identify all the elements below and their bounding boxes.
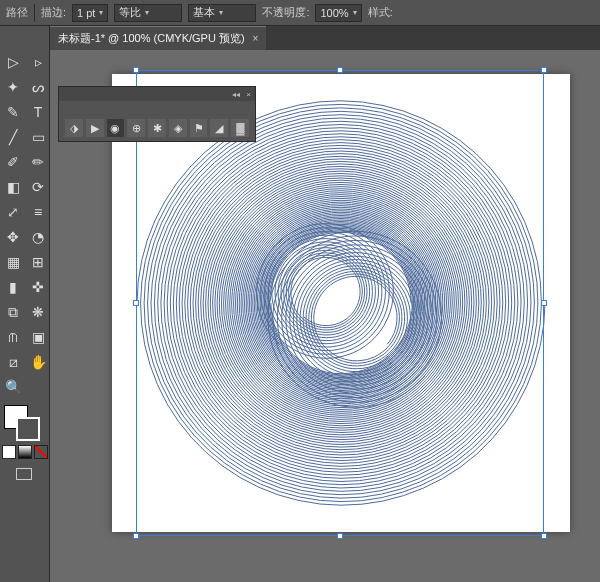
document-tab[interactable]: 未标题-1* @ 100% (CMYK/GPU 预览) × — [50, 26, 266, 50]
tweak-button[interactable]: ✱ — [148, 119, 166, 137]
brush-tool[interactable]: ✐ — [1, 150, 25, 174]
tools-panel: ▷▹✦ᔕ✎T╱▭✐✏◧⟳⤢≡✥◔▦⊞▮✜⧉❋⫙▣⧄✋🔍 — [0, 26, 50, 582]
handle-nw[interactable] — [133, 67, 139, 73]
column-graph-tool[interactable]: ⫙ — [1, 325, 25, 349]
mesh-tool[interactable]: ⊞ — [26, 250, 50, 274]
gradient-tool[interactable]: ▮ — [1, 275, 25, 299]
slice-tool[interactable]: ⧄ — [1, 350, 25, 374]
panel-title — [59, 101, 255, 115]
pattern-button[interactable]: ▓ — [231, 119, 249, 137]
stroke-label: 描边: — [41, 5, 66, 20]
distort-panel[interactable]: ◂◂ × ⬗▶◉⊕✱◈⚑◢▓ — [58, 86, 256, 142]
width-tool[interactable]: ≡ — [26, 200, 50, 224]
artboard-tool[interactable]: ▣ — [26, 325, 50, 349]
document-tab-bar: 未标题-1* @ 100% (CMYK/GPU 预览) × — [0, 26, 600, 50]
quick-color-row — [2, 445, 49, 459]
opacity-label: 不透明度: — [262, 5, 309, 20]
magic-wand-tool[interactable]: ✦ — [1, 75, 25, 99]
artboard — [112, 74, 570, 532]
eraser-tool[interactable]: ◧ — [1, 175, 25, 199]
screen-mode-button[interactable] — [4, 465, 44, 483]
pucker-bloat-button[interactable]: ▶ — [86, 119, 104, 137]
line-tool[interactable]: ╱ — [1, 125, 25, 149]
gradient-swatch[interactable] — [18, 445, 32, 459]
eyedropper-tool[interactable]: ✜ — [26, 275, 50, 299]
rotate-tool[interactable]: ⟳ — [26, 175, 50, 199]
blend-tool[interactable]: ⧉ — [1, 300, 25, 324]
scale-tool[interactable]: ⤢ — [1, 200, 25, 224]
pen-tool[interactable]: ✎ — [1, 100, 25, 124]
style-label: 样式: — [368, 5, 393, 20]
pencil-tool[interactable]: ✏ — [26, 150, 50, 174]
close-icon[interactable]: × — [246, 90, 251, 99]
tab-title: 未标题-1* @ 100% (CMYK/GPU 预览) — [58, 31, 245, 46]
color-swatch[interactable] — [2, 445, 16, 459]
handle-se[interactable] — [541, 533, 547, 539]
panel-header[interactable]: ◂◂ × — [59, 87, 255, 101]
none-swatch[interactable] — [34, 445, 48, 459]
free-distort-button[interactable]: ⬗ — [65, 119, 83, 137]
transform-button[interactable]: ⊕ — [127, 119, 145, 137]
roughen-button[interactable]: ◉ — [107, 119, 125, 137]
collapse-icon[interactable]: ◂◂ — [232, 90, 240, 99]
lasso-tool[interactable]: ᔕ — [26, 75, 50, 99]
stroke-weight-dropdown[interactable]: 1 pt — [72, 4, 108, 22]
symbol-spray-tool[interactable]: ❋ — [26, 300, 50, 324]
warp-button[interactable]: ◢ — [210, 119, 228, 137]
hand-tool[interactable]: ✋ — [26, 350, 50, 374]
handle-s[interactable] — [337, 533, 343, 539]
path-label: 路径 — [6, 5, 28, 20]
handle-sw[interactable] — [133, 533, 139, 539]
opacity-dropdown[interactable]: 100% — [315, 4, 361, 22]
rectangle-tool[interactable]: ▭ — [26, 125, 50, 149]
variable-width-dropdown[interactable]: 等比 — [114, 4, 182, 22]
zoom-tool[interactable]: 🔍 — [1, 375, 25, 399]
stroke-swatch[interactable] — [16, 417, 40, 441]
close-icon[interactable]: × — [253, 33, 259, 44]
free-transform-tool[interactable]: ✥ — [1, 225, 25, 249]
direct-select-tool[interactable]: ▹ — [26, 50, 50, 74]
handle-ne[interactable] — [541, 67, 547, 73]
twist-button[interactable]: ◈ — [169, 119, 187, 137]
brush-def-dropdown[interactable]: 基本 — [188, 4, 256, 22]
shape-builder-tool[interactable]: ◔ — [26, 225, 50, 249]
control-bar: 路径 描边: 1 pt 等比 基本 不透明度: 100% 样式: — [0, 0, 600, 26]
selection-tool[interactable]: ▷ — [1, 50, 25, 74]
zig-zag-button[interactable]: ⚑ — [190, 119, 208, 137]
fill-stroke-swatches[interactable] — [4, 405, 44, 441]
perspective-tool[interactable]: ▦ — [1, 250, 25, 274]
separator — [34, 4, 35, 22]
handle-n[interactable] — [337, 67, 343, 73]
type-tool[interactable]: T — [26, 100, 50, 124]
